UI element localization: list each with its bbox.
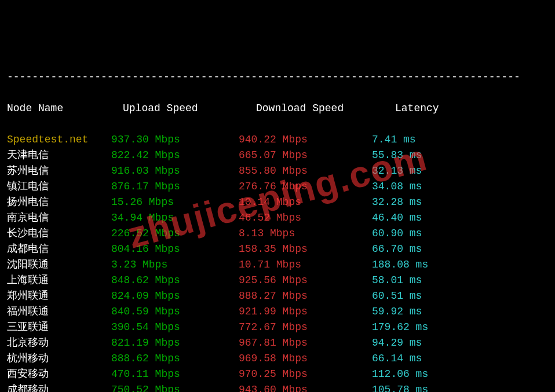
table-row: 扬州电信15.26 Mbps10.14 Mbps32.28 ms <box>7 195 548 210</box>
table-row: 镇江电信876.17 Mbps276.76 Mbps34.08 ms <box>7 179 548 195</box>
download-cell: 970.25 Mbps <box>239 367 372 382</box>
upload-cell: 804.16 Mbps <box>111 241 239 257</box>
table-row: 西安移动470.11 Mbps970.25 Mbps112.06 ms <box>7 367 548 382</box>
node-cell: 上海联通 <box>7 273 111 288</box>
upload-cell: 888.62 Mbps <box>111 351 239 367</box>
upload-cell: 390.54 Mbps <box>111 320 239 335</box>
download-cell: 772.67 Mbps <box>239 320 372 335</box>
latency-cell: 55.83 ms <box>372 148 453 163</box>
download-cell: 46.52 Mbps <box>239 210 372 226</box>
download-cell: 925.56 Mbps <box>239 273 372 288</box>
table-header: Node NameUpload SpeedDownload SpeedLaten… <box>7 101 548 116</box>
latency-cell: 58.01 ms <box>372 273 453 288</box>
node-cell: 长沙电信 <box>7 226 111 241</box>
latency-cell: 66.70 ms <box>372 241 453 257</box>
table-row: 南京电信34.94 Mbps46.52 Mbps46.40 ms <box>7 210 548 226</box>
latency-cell: 94.29 ms <box>372 335 453 351</box>
node-cell: 扬州电信 <box>7 195 111 210</box>
upload-cell: 226.52 Mbps <box>111 226 239 241</box>
node-cell: 南京电信 <box>7 210 111 226</box>
header-upload: Upload Speed <box>123 101 256 116</box>
download-cell: 10.14 Mbps <box>239 195 372 210</box>
header-node: Node Name <box>7 101 123 116</box>
node-cell: 镇江电信 <box>7 179 111 195</box>
header-latency: Latency <box>395 101 476 116</box>
table-row: Speedtest.net937.30 Mbps940.22 Mbps7.41 … <box>7 132 548 148</box>
upload-cell: 821.19 Mbps <box>111 335 239 351</box>
latency-cell: 32.28 ms <box>372 195 453 210</box>
latency-cell: 34.08 ms <box>372 179 453 195</box>
latency-cell: 105.78 ms <box>372 382 453 392</box>
download-cell: 158.35 Mbps <box>239 241 372 257</box>
table-row: 长沙电信226.52 Mbps8.13 Mbps60.90 ms <box>7 226 548 241</box>
table-row: 沈阳联通3.23 Mbps10.71 Mbps188.08 ms <box>7 257 548 273</box>
divider-top: ----------------------------------------… <box>7 69 548 85</box>
upload-cell: 34.94 Mbps <box>111 210 239 226</box>
table-row: 成都电信804.16 Mbps158.35 Mbps66.70 ms <box>7 241 548 257</box>
latency-cell: 66.14 ms <box>372 351 453 367</box>
download-cell: 967.81 Mbps <box>239 335 372 351</box>
download-cell: 888.27 Mbps <box>239 288 372 304</box>
upload-cell: 937.30 Mbps <box>111 132 239 148</box>
node-cell: 西安移动 <box>7 367 111 382</box>
download-cell: 276.76 Mbps <box>239 179 372 195</box>
latency-cell: 60.51 ms <box>372 288 453 304</box>
node-cell: 郑州联通 <box>7 288 111 304</box>
download-cell: 943.60 Mbps <box>239 382 372 392</box>
table-row: 三亚联通390.54 Mbps772.67 Mbps179.62 ms <box>7 320 548 335</box>
upload-cell: 3.23 Mbps <box>111 257 239 273</box>
download-cell: 940.22 Mbps <box>239 132 372 148</box>
upload-cell: 750.52 Mbps <box>111 382 239 392</box>
table-row: 天津电信822.42 Mbps665.07 Mbps55.83 ms <box>7 148 548 163</box>
latency-cell: 112.06 ms <box>372 367 453 382</box>
download-cell: 855.80 Mbps <box>239 163 372 179</box>
table-row: 杭州移动888.62 Mbps969.58 Mbps66.14 ms <box>7 351 548 367</box>
upload-cell: 824.09 Mbps <box>111 288 239 304</box>
latency-cell: 179.62 ms <box>372 320 453 335</box>
node-cell: 天津电信 <box>7 148 111 163</box>
table-row: 北京移动821.19 Mbps967.81 Mbps94.29 ms <box>7 335 548 351</box>
table-row: 成都移动750.52 Mbps943.60 Mbps105.78 ms <box>7 382 548 392</box>
download-cell: 665.07 Mbps <box>239 148 372 163</box>
download-cell: 8.13 Mbps <box>239 226 372 241</box>
node-cell: 三亚联通 <box>7 320 111 335</box>
node-cell: Speedtest.net <box>7 132 111 148</box>
table-body: Speedtest.net937.30 Mbps940.22 Mbps7.41 … <box>7 132 548 392</box>
node-cell: 福州联通 <box>7 304 111 320</box>
upload-cell: 470.11 Mbps <box>111 367 239 382</box>
latency-cell: 188.08 ms <box>372 257 453 273</box>
node-cell: 杭州移动 <box>7 351 111 367</box>
node-cell: 苏州电信 <box>7 163 111 179</box>
node-cell: 成都移动 <box>7 382 111 392</box>
upload-cell: 15.26 Mbps <box>111 195 239 210</box>
node-cell: 沈阳联通 <box>7 257 111 273</box>
node-cell: 北京移动 <box>7 335 111 351</box>
download-cell: 969.58 Mbps <box>239 351 372 367</box>
header-download: Download Speed <box>256 101 395 116</box>
upload-cell: 848.62 Mbps <box>111 273 239 288</box>
latency-cell: 46.40 ms <box>372 210 453 226</box>
upload-cell: 822.42 Mbps <box>111 148 239 163</box>
upload-cell: 916.03 Mbps <box>111 163 239 179</box>
download-cell: 10.71 Mbps <box>239 257 372 273</box>
table-row: 福州联通840.59 Mbps921.99 Mbps59.92 ms <box>7 304 548 320</box>
download-cell: 921.99 Mbps <box>239 304 372 320</box>
node-cell: 成都电信 <box>7 241 111 257</box>
latency-cell: 60.90 ms <box>372 226 453 241</box>
latency-cell: 32.13 ms <box>372 163 453 179</box>
upload-cell: 840.59 Mbps <box>111 304 239 320</box>
table-row: 上海联通848.62 Mbps925.56 Mbps58.01 ms <box>7 273 548 288</box>
upload-cell: 876.17 Mbps <box>111 179 239 195</box>
table-row: 郑州联通824.09 Mbps888.27 Mbps60.51 ms <box>7 288 548 304</box>
table-row: 苏州电信916.03 Mbps855.80 Mbps32.13 ms <box>7 163 548 179</box>
latency-cell: 59.92 ms <box>372 304 453 320</box>
latency-cell: 7.41 ms <box>372 132 453 148</box>
